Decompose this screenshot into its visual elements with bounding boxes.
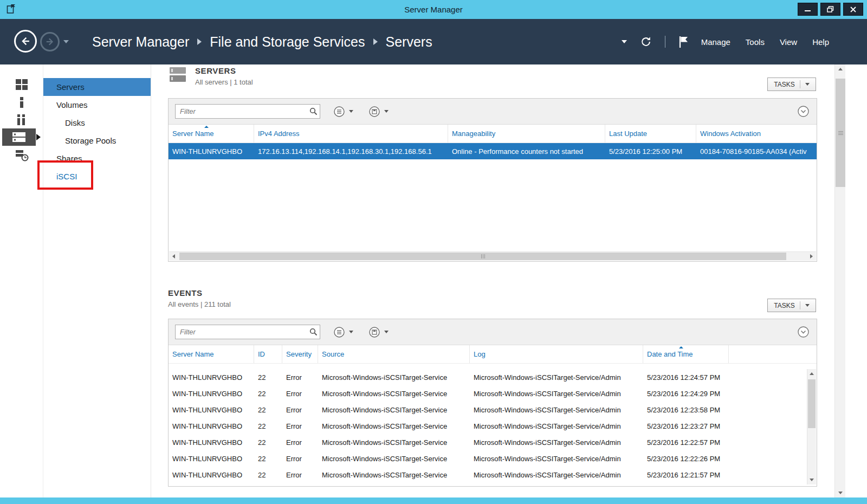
menu-item[interactable]: View [780,37,797,47]
column-header-windows-activation[interactable]: Windows Activation [696,125,817,143]
events-filter-input[interactable] [175,325,320,339]
header-menu: ManageToolsViewHelp [701,37,829,47]
server-row-selected[interactable]: WIN-THLUNRVGHBO 172.16.13.114,192.168.14… [169,143,817,159]
scroll-down-button[interactable] [807,475,816,484]
chevron-down-icon [805,83,810,86]
column-label: Severity [286,350,312,358]
cell-id: 22 [254,455,282,463]
dashboard-icon[interactable] [15,79,28,93]
all-servers-icon[interactable] [15,114,28,128]
close-button[interactable] [843,3,863,16]
column-header-severity[interactable]: Severity [282,345,318,363]
column-header-source[interactable]: Source [318,345,470,363]
forward-button[interactable] [40,32,60,51]
column-header-manageability[interactable]: Manageability [448,125,605,143]
minimize-button[interactable] [798,3,818,16]
filter-options-button[interactable] [333,106,353,118]
cell-server-name: WIN-THLUNRVGHBO [169,471,254,479]
nav-history-dropdown-icon[interactable] [63,40,69,43]
collapse-panel-button[interactable] [797,326,810,340]
column-label: Source [322,350,344,358]
event-row[interactable]: WIN-THLUNRVGHBO 22 Error Microsoft-Windo… [169,450,817,467]
column-header-server-name[interactable]: Server Name [169,345,254,363]
column-header-log[interactable]: Log [470,345,643,363]
cell-server-name: WIN-THLUNRVGHBO [169,406,254,414]
filter-options-button[interactable] [333,326,353,338]
event-row[interactable]: WIN-THLUNRVGHBO 22 Error Microsoft-Windo… [169,402,817,418]
scroll-right-button[interactable] [807,252,816,261]
cell-severity: Error [282,471,318,479]
menu-item[interactable]: Help [812,37,829,47]
collapse-panel-button[interactable] [797,105,810,120]
cell-severity: Error [282,390,318,398]
services-clock-icon[interactable] [15,149,29,164]
scroll-up-button[interactable] [835,64,845,74]
restore-icon [827,6,834,12]
breadcrumb-file-and-storage-services[interactable]: File and Storage Services [210,34,365,50]
event-row[interactable]: WIN-THLUNRVGHBO 22 Error Microsoft-Windo… [169,434,817,450]
column-label: Windows Activation [700,130,761,138]
sidebar-item[interactable]: Servers [43,78,151,96]
sidebar-item[interactable]: Volumes [43,96,151,114]
column-header-date-and-time[interactable]: Date and Time [643,345,729,363]
cell-id: 22 [254,422,282,430]
column-label: Server Name [172,350,214,358]
event-row[interactable]: WIN-THLUNRVGHBO 22 Error Microsoft-Windo… [169,369,817,385]
main-vertical-scrollbar[interactable] [834,64,845,497]
notifications-flag-button[interactable] [678,36,688,48]
column-header-id[interactable]: ID [254,345,282,363]
servers-stack-icon [168,66,189,85]
column-label: Log [474,350,486,358]
flag-icon [678,36,688,48]
servers-tasks-button[interactable]: TASKS [767,77,816,91]
arrow-up-icon [810,372,814,375]
sidebar-item[interactable]: Storage Pools [43,132,151,150]
servers-toolbar [169,99,817,125]
column-header-server-name[interactable]: Server Name [169,125,254,143]
local-server-icon[interactable] [15,96,28,111]
scrollbar-thumb[interactable] [808,379,816,428]
events-vertical-scrollbar[interactable] [807,369,816,484]
menu-item[interactable]: Manage [701,37,730,47]
cell-server-name: WIN-THLUNRVGHBO [169,455,254,463]
search-icon[interactable] [309,328,318,338]
file-storage-services-selected[interactable] [2,128,36,146]
column-header-last-update[interactable]: Last Update [605,125,696,143]
event-row[interactable]: WIN-THLUNRVGHBO 22 Error Microsoft-Windo… [169,385,817,402]
grip-icon [838,131,843,132]
scroll-up-button[interactable] [807,369,816,378]
search-icon[interactable] [309,107,318,118]
scroll-down-button[interactable] [835,488,845,497]
save-query-button[interactable] [368,106,389,118]
servers-filter-input[interactable] [175,104,320,119]
list-options-icon [333,326,345,338]
servers-horizontal-scrollbar[interactable] [169,251,816,261]
scrollbar-thumb[interactable] [179,253,786,260]
cell-log: Microsoft-Windows-iSCSITarget-Service/Ad… [470,422,643,430]
back-button[interactable] [14,30,37,53]
scrollbar-thumb[interactable] [836,79,845,187]
breadcrumb-server-manager[interactable]: Server Manager [92,34,189,50]
sidebar-item[interactable]: Disks [43,114,151,132]
cell-date-and-time: 5/23/2016 12:22:26 PM [643,455,729,463]
save-query-button[interactable] [368,326,389,338]
module-icon-strip [0,64,43,497]
column-header-ipv4-address[interactable]: IPv4 Address [254,125,448,143]
events-tasks-button[interactable]: TASKS [767,299,816,312]
scroll-left-button[interactable] [169,252,178,261]
chevron-down-icon[interactable] [622,40,627,43]
menu-item[interactable]: Tools [746,37,765,47]
refresh-button[interactable] [640,36,652,48]
cell-log: Microsoft-Windows-iSCSITarget-Service/Ad… [470,455,643,463]
cell-id: 22 [254,438,282,447]
restore-button[interactable] [820,3,840,16]
divider [800,301,800,309]
save-icon [368,106,380,118]
event-row[interactable]: WIN-THLUNRVGHBO 22 Error Microsoft-Windo… [169,467,817,483]
chevron-down-circle-icon [797,105,810,118]
cell-date-and-time: 5/23/2016 12:22:57 PM [643,438,729,447]
cell-id: 22 [254,390,282,398]
event-row[interactable]: WIN-THLUNRVGHBO 22 Error Microsoft-Windo… [169,418,817,434]
servers-table-header: Server Name IPv4 Address Manageability L… [169,125,817,143]
servers-count: All servers | 1 total [195,78,253,86]
